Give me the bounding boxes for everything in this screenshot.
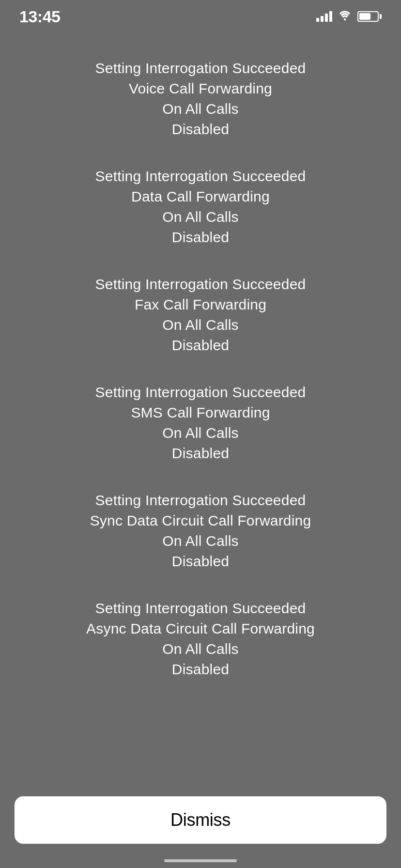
wifi-icon <box>338 10 352 23</box>
result-data-line2: Data Call Forwarding <box>95 186 306 207</box>
result-data-line3: On All Calls <box>95 207 306 227</box>
result-sync-line4: Disabled <box>90 551 311 572</box>
result-voice-line1: Setting Interrogation Succeeded <box>95 58 306 78</box>
result-sms-line1: Setting Interrogation Succeeded <box>95 382 306 403</box>
result-sync-line1: Setting Interrogation Succeeded <box>90 490 311 511</box>
main-content: Setting Interrogation SucceededVoice Cal… <box>0 29 401 716</box>
result-voice-line4: Disabled <box>95 119 306 140</box>
signal-icon <box>316 11 332 22</box>
result-group-sync: Setting Interrogation SucceededSync Data… <box>90 490 311 572</box>
result-fax-line4: Disabled <box>95 335 306 356</box>
result-fax-line2: Fax Call Forwarding <box>95 294 306 315</box>
result-fax-line3: On All Calls <box>95 315 306 335</box>
result-async-line4: Disabled <box>86 659 315 680</box>
status-icons <box>316 10 382 23</box>
bottom-area: Dismiss <box>0 796 401 868</box>
result-voice-line2: Voice Call Forwarding <box>95 78 306 99</box>
result-group-sms: Setting Interrogation SucceededSMS Call … <box>95 382 306 464</box>
result-group-fax: Setting Interrogation SucceededFax Call … <box>95 274 306 356</box>
result-data-line1: Setting Interrogation Succeeded <box>95 166 306 186</box>
result-voice-line3: On All Calls <box>95 99 306 119</box>
signal-bar-4 <box>329 11 332 22</box>
result-fax-line1: Setting Interrogation Succeeded <box>95 274 306 294</box>
signal-bar-3 <box>325 14 328 22</box>
result-async-line2: Async Data Circuit Call Forwarding <box>86 619 315 639</box>
battery-icon <box>357 11 382 22</box>
result-sync-line2: Sync Data Circuit Call Forwarding <box>90 511 311 531</box>
result-group-voice: Setting Interrogation SucceededVoice Cal… <box>95 58 306 140</box>
result-async-line1: Setting Interrogation Succeeded <box>86 598 315 619</box>
dismiss-button[interactable]: Dismiss <box>15 796 386 844</box>
signal-bar-1 <box>316 18 319 22</box>
home-indicator <box>164 859 237 862</box>
battery-body <box>357 11 379 22</box>
result-sms-line4: Disabled <box>95 443 306 464</box>
result-group-data: Setting Interrogation SucceededData Call… <box>95 166 306 248</box>
result-sync-line3: On All Calls <box>90 531 311 551</box>
battery-fill <box>359 13 370 20</box>
result-sms-line3: On All Calls <box>95 423 306 443</box>
status-time: 13:45 <box>19 7 60 26</box>
result-group-async: Setting Interrogation SucceededAsync Dat… <box>86 598 315 680</box>
result-sms-line2: SMS Call Forwarding <box>95 403 306 423</box>
result-data-line4: Disabled <box>95 227 306 248</box>
signal-bar-2 <box>321 16 324 22</box>
battery-tip <box>380 14 382 19</box>
svg-point-0 <box>344 18 346 20</box>
result-async-line3: On All Calls <box>86 639 315 659</box>
status-bar: 13:45 <box>0 0 401 29</box>
